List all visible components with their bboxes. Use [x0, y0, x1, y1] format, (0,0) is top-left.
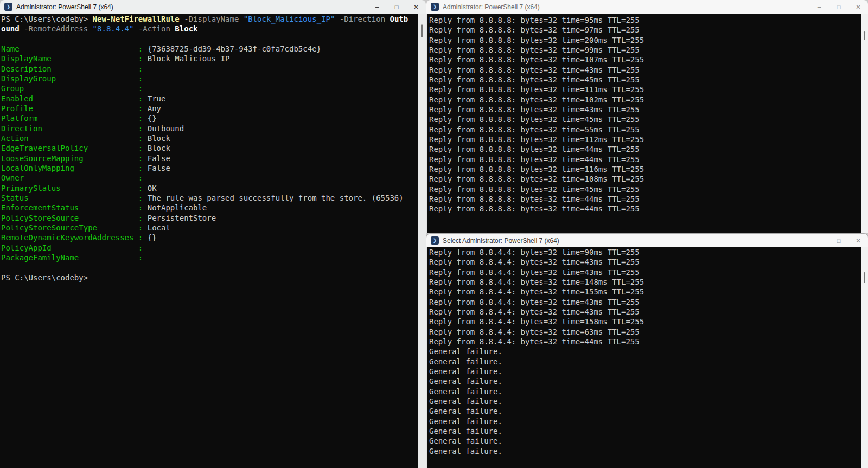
property-name: Owner	[1, 173, 133, 183]
window-title: Administrator: PowerShell 7 (x64)	[443, 3, 540, 11]
property-separator: :	[133, 124, 147, 133]
property-row: Profile : Any	[1, 104, 418, 113]
console-line: Reply from 8.8.8.8: bytes=32 time=43ms T…	[429, 105, 861, 114]
property-row: Action : Block	[1, 133, 418, 143]
property-name: PolicyAppId	[1, 243, 133, 253]
property-row: DisplayName : Block_Malicious_IP	[1, 54, 418, 63]
property-row: RemoteDynamicKeywordAddresses : {}	[1, 233, 418, 242]
ping-8888-console-area[interactable]: Reply from 8.8.8.8: bytes=32 time=95ms T…	[426, 14, 861, 233]
maximize-button[interactable]: □	[829, 0, 848, 14]
maximize-button[interactable]: □	[387, 0, 406, 14]
command-token: "Block_Malicious_IP"	[244, 15, 335, 23]
console-line: General failure.	[429, 367, 861, 376]
property-separator: :	[133, 114, 147, 123]
console-line: Reply from 8.8.4.4: bytes=32 time=43ms T…	[429, 267, 861, 277]
bottom-right-scrollbar[interactable]	[861, 247, 868, 468]
command-token	[239, 15, 243, 23]
command-token: Outb	[390, 15, 409, 23]
console-line: Reply from 8.8.4.4: bytes=32 time=155ms …	[429, 287, 861, 297]
left-console-area[interactable]: PS C:\Users\codeby> New-NetFirewallRule …	[0, 14, 418, 468]
property-name: Status	[1, 193, 133, 203]
blank-line	[1, 262, 418, 272]
property-value: {}	[148, 114, 157, 123]
property-separator: :	[133, 134, 147, 143]
console-line: Reply from 8.8.4.4: bytes=32 time=63ms T…	[429, 327, 861, 337]
top-right-scrollbar[interactable]	[861, 14, 868, 233]
property-row: Owner :	[1, 173, 418, 183]
console-line: Reply from 8.8.8.8: bytes=32 time=44ms T…	[429, 204, 861, 214]
minimize-button[interactable]: –	[367, 0, 387, 14]
property-name: PackageFamilyName	[1, 253, 133, 262]
console-line: Reply from 8.8.8.8: bytes=32 time=45ms T…	[429, 184, 861, 194]
command-token	[385, 15, 390, 23]
left-scrollbar[interactable]	[418, 14, 426, 468]
property-separator: :	[133, 54, 147, 63]
ping-8844-powershell-window: ❯ Select Administrator: PowerShell 7 (x6…	[426, 234, 868, 468]
property-name: Direction	[1, 124, 133, 133]
window-controls: – □ ✕	[809, 0, 868, 14]
left-scrollbar-thumb[interactable]	[421, 24, 423, 37]
console-line: General failure.	[429, 426, 861, 436]
bottom-right-window-titlebar[interactable]: ❯ Select Administrator: PowerShell 7 (x6…	[426, 234, 868, 247]
property-name: DisplayName	[1, 54, 133, 63]
console-line: Reply from 8.8.8.8: bytes=32 time=112ms …	[429, 134, 861, 144]
property-row: EdgeTraversalPolicy : Block	[1, 143, 418, 153]
property-row: Status : The rule was parsed successfull…	[1, 193, 418, 203]
window-title: Administrator: PowerShell 7 (x64)	[16, 3, 113, 11]
property-row: LooseSourceMapping : False	[1, 153, 418, 163]
top-right-window-titlebar[interactable]: ❯ Administrator: PowerShell 7 (x64) – □ …	[426, 0, 868, 14]
property-row: PackageFamilyName :	[1, 253, 418, 262]
console-line: Reply from 8.8.4.4: bytes=32 time=43ms T…	[429, 307, 861, 317]
property-value: {73638725-dd39-4b37-943f-c0fa7cdb5c4e}	[148, 44, 321, 53]
command-token: ound	[1, 24, 20, 33]
console-line: Reply from 8.8.4.4: bytes=32 time=43ms T…	[429, 297, 861, 307]
console-line: Reply from 8.8.8.8: bytes=32 time=111ms …	[429, 85, 861, 94]
property-row: Name : {73638725-dd39-4b37-943f-c0fa7cdb…	[1, 44, 418, 54]
ping-8888-powershell-window: ❯ Administrator: PowerShell 7 (x64) – □ …	[426, 0, 868, 233]
property-separator: :	[133, 84, 147, 93]
console-line: General failure.	[429, 376, 861, 386]
property-value: Any	[148, 104, 161, 113]
console-line: Reply from 8.8.8.8: bytes=32 time=45ms T…	[429, 75, 861, 85]
property-separator: :	[133, 74, 147, 83]
command-token	[20, 24, 24, 33]
console-line: Reply from 8.8.8.8: bytes=32 time=97ms T…	[429, 25, 861, 35]
shell-prompt: PS C:\Users\codeby>	[1, 273, 418, 283]
left-window-titlebar[interactable]: ❯ Administrator: PowerShell 7 (x64) – □ …	[0, 0, 426, 14]
property-name: LocalOnlyMapping	[1, 163, 133, 173]
close-button[interactable]: ✕	[848, 0, 868, 14]
property-row: Group :	[1, 84, 418, 93]
command-line-wrap: ound -RemoteAddress "8.8.4.4" -Action Bl…	[1, 24, 418, 34]
minimize-button[interactable]: –	[809, 0, 829, 14]
console-line: Reply from 8.8.4.4: bytes=32 time=158ms …	[429, 317, 861, 326]
console-line: General failure.	[429, 347, 861, 356]
powershell-icon: ❯	[4, 3, 12, 11]
property-separator: :	[133, 65, 147, 73]
command-line: PS C:\Users\codeby> New-NetFirewallRule …	[1, 14, 418, 24]
close-button[interactable]: ✕	[848, 234, 868, 247]
property-value: Block	[148, 134, 170, 143]
property-value: PersistentStore	[148, 214, 216, 222]
minimize-button[interactable]: –	[809, 234, 829, 247]
property-value: The rule was parsed successfully from th…	[148, 194, 404, 202]
command-token	[88, 24, 92, 33]
console-line: Reply from 8.8.8.8: bytes=32 time=200ms …	[429, 35, 861, 45]
property-name: PolicyStoreSourceType	[1, 223, 133, 233]
maximize-button[interactable]: □	[829, 234, 848, 247]
command-token: -RemoteAddress	[24, 24, 88, 33]
close-button[interactable]: ✕	[406, 0, 426, 14]
ping-8844-console-area[interactable]: Reply from 8.8.4.4: bytes=32 time=90ms T…	[426, 247, 861, 468]
powershell-icon-glyph: ❯	[433, 4, 437, 9]
powershell-icon-glyph: ❯	[433, 238, 437, 243]
property-separator: :	[133, 233, 147, 242]
top-right-scrollbar-thumb[interactable]	[864, 31, 865, 40]
property-separator: :	[133, 184, 147, 193]
window-controls: – □ ✕	[367, 0, 426, 14]
bottom-right-scrollbar-thumb[interactable]	[864, 272, 865, 283]
console-line: Reply from 8.8.4.4: bytes=32 time=43ms T…	[429, 257, 861, 267]
property-value: False	[148, 164, 170, 172]
console-line: Reply from 8.8.8.8: bytes=32 time=95ms T…	[429, 15, 861, 25]
property-separator: :	[133, 203, 147, 212]
command-token: -Direction	[340, 15, 385, 23]
property-name: LooseSourceMapping	[1, 153, 133, 163]
